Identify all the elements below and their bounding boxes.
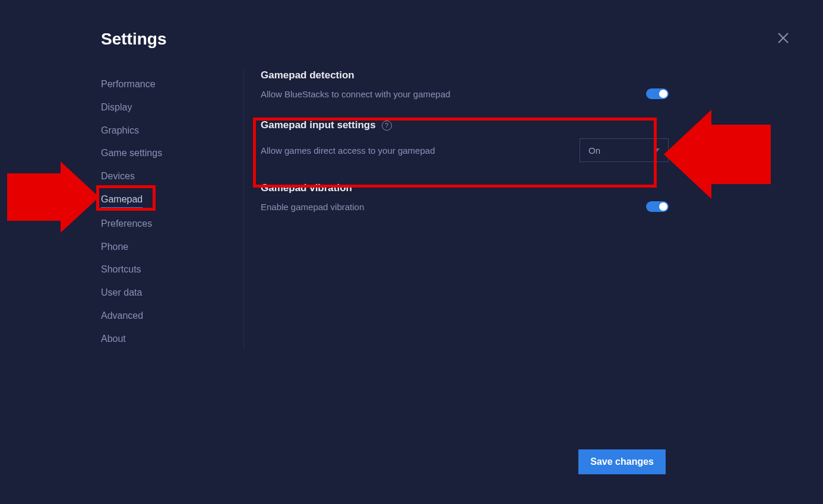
save-changes-button[interactable]: Save changes [578,449,666,474]
section-gamepad-vibration: Gamepad vibration Enable gamepad vibrati… [261,182,787,212]
section-title-detection: Gamepad detection [261,69,787,81]
input-desc: Allow games direct access to your gamepa… [261,145,435,156]
gamepad-vibration-toggle[interactable] [646,201,669,212]
gamepad-input-select[interactable]: On [580,138,669,162]
vibration-desc: Enable gamepad vibration [261,202,364,212]
section-title-vibration: Gamepad vibration [261,182,787,194]
sidebar-item-advanced[interactable]: Advanced [101,305,143,328]
help-icon[interactable]: ? [382,121,392,131]
close-icon [776,31,790,45]
detection-desc: Allow BlueStacks to connect with your ga… [261,89,450,99]
section-gamepad-input: Gamepad input settings ? Allow games dir… [261,119,787,162]
sidebar-item-preferences[interactable]: Preferences [101,213,152,236]
sidebar-item-gamepad[interactable]: Gamepad [101,188,143,208]
section-title-vibration-text: Gamepad vibration [261,182,352,194]
section-gamepad-detection: Gamepad detection Allow BlueStacks to co… [261,69,787,99]
sidebar-item-user-data[interactable]: User data [101,281,142,305]
sidebar-item-shortcuts[interactable]: Shortcuts [101,258,141,281]
sidebar-item-display[interactable]: Display [101,96,132,119]
sidebar-item-about[interactable]: About [101,328,126,351]
sidebar-item-phone[interactable]: Phone [101,236,128,259]
settings-content: Gamepad detection Allow BlueStacks to co… [261,69,823,496]
chevron-down-icon [654,148,660,152]
settings-sidebar: Performance Display Graphics Game settin… [101,69,243,496]
section-title-detection-text: Gamepad detection [261,69,354,81]
section-title-input-text: Gamepad input settings [261,119,376,131]
section-title-input: Gamepad input settings ? [261,119,787,131]
select-value: On [588,145,600,156]
sidebar-item-game-settings[interactable]: Game settings [101,142,162,165]
sidebar-item-devices[interactable]: Devices [101,165,135,188]
vertical-divider [243,69,244,348]
sidebar-item-performance[interactable]: Performance [101,73,156,96]
settings-panel: Settings Performance Display Graphics Ga… [0,0,823,504]
close-button[interactable] [776,31,790,45]
page-title: Settings [101,30,823,49]
gamepad-detection-toggle[interactable] [646,88,669,99]
sidebar-item-graphics[interactable]: Graphics [101,119,139,142]
